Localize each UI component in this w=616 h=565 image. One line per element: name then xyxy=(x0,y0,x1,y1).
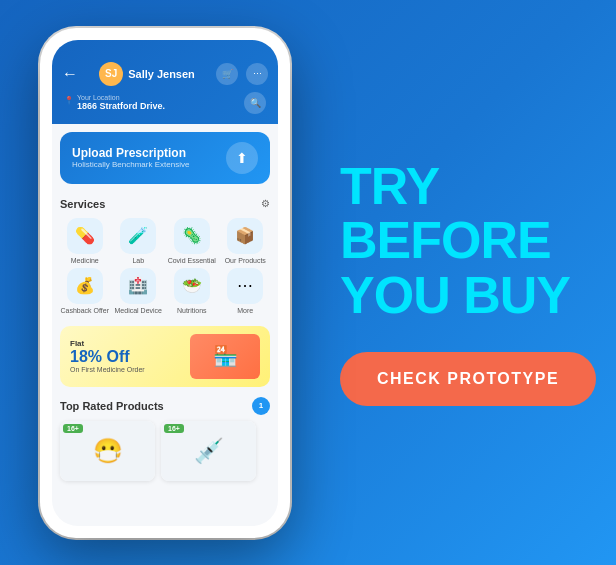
promo-subtext: On First Medicine Order xyxy=(70,366,145,373)
location-address: 1866 Stratford Drive. xyxy=(77,101,165,111)
services-section: Services ⚙ 💊 Medicine 🧪 Lab xyxy=(52,192,278,320)
product-badge-2: 16+ xyxy=(164,424,184,433)
products-title: Top Rated Products xyxy=(60,400,164,412)
upload-card[interactable]: Upload Prescription Holistically Benchma… xyxy=(60,132,270,184)
products-icon: 📦 xyxy=(227,218,263,254)
left-section: ← SJ Sally Jensen 🛒 ⋯ xyxy=(0,0,320,565)
services-header: Services ⚙ xyxy=(60,198,270,210)
more-label: More xyxy=(237,307,253,314)
app-header: ← SJ Sally Jensen 🛒 ⋯ xyxy=(52,40,278,124)
upload-icon: ⬆ xyxy=(226,142,258,174)
covid-icon: 🦠 xyxy=(174,218,210,254)
medicine-label: Medicine xyxy=(71,257,99,264)
tagline-line2: BEFORE xyxy=(340,213,596,268)
back-arrow-icon[interactable]: ← xyxy=(62,65,78,83)
filter-icon[interactable]: ⚙ xyxy=(261,198,270,209)
covid-label: Covid Essential xyxy=(168,257,216,264)
right-section: TRY BEFORE YOU BUY CHECK PROTOTYPE xyxy=(320,0,616,565)
service-products[interactable]: 📦 Our Products xyxy=(221,218,271,264)
cart-icon[interactable]: 🛒 xyxy=(216,63,238,85)
promo-discount: 18% Off xyxy=(70,348,145,366)
service-covid[interactable]: 🦠 Covid Essential xyxy=(167,218,217,264)
lab-icon: 🧪 xyxy=(120,218,156,254)
header-top-row: ← SJ Sally Jensen 🛒 ⋯ xyxy=(62,62,268,86)
menu-icon[interactable]: ⋯ xyxy=(246,63,268,85)
cashback-icon: 💰 xyxy=(67,268,103,304)
service-nutrition[interactable]: 🥗 Nutritions xyxy=(167,268,217,314)
lab-label: Lab xyxy=(132,257,144,264)
promo-banner[interactable]: Flat 18% Off On First Medicine Order 🏪 xyxy=(60,326,270,387)
service-medical[interactable]: 🏥 Medical Device xyxy=(114,268,164,314)
service-cashback[interactable]: 💰 Cashback Offer xyxy=(60,268,110,314)
location-row: 📍 Your Location 1866 Stratford Drive. 🔍 xyxy=(62,92,268,114)
cashback-label: Cashback Offer xyxy=(60,307,109,314)
upload-text: Upload Prescription Holistically Benchma… xyxy=(72,146,189,169)
more-icon: ⋯ xyxy=(227,268,263,304)
location-pin-icon: 📍 xyxy=(64,96,74,105)
medical-label: Medical Device xyxy=(115,307,162,314)
medicine-icon: 💊 xyxy=(67,218,103,254)
upload-subtitle: Holistically Benchmark Extensive xyxy=(72,160,189,169)
products-section: Top Rated Products 1 16+ 😷 16+ 💉 xyxy=(52,393,278,485)
tagline-line3: YOU BUY xyxy=(340,268,596,323)
promo-image: 🏪 xyxy=(190,334,260,379)
user-profile: SJ Sally Jensen xyxy=(99,62,195,86)
promo-flat: Flat xyxy=(70,339,145,348)
location-details: Your Location 1866 Stratford Drive. xyxy=(77,94,165,111)
cta-button[interactable]: CHECK PROTOTYPE xyxy=(340,352,596,406)
upload-title: Upload Prescription xyxy=(72,146,189,160)
service-lab[interactable]: 🧪 Lab xyxy=(114,218,164,264)
user-name-label: Sally Jensen xyxy=(128,68,195,80)
search-icon[interactable]: 🔍 xyxy=(244,92,266,114)
product-card-1[interactable]: 16+ 😷 xyxy=(60,421,155,481)
location-label: Your Location xyxy=(77,94,165,101)
products-label: Our Products xyxy=(225,257,266,264)
nutrition-icon: 🥗 xyxy=(174,268,210,304)
tagline-line1: TRY xyxy=(340,159,596,214)
promo-text: Flat 18% Off On First Medicine Order xyxy=(70,339,145,373)
product-card-2[interactable]: 16+ 💉 xyxy=(161,421,256,481)
products-badge: 1 xyxy=(252,397,270,415)
phone-screen: ← SJ Sally Jensen 🛒 ⋯ xyxy=(52,40,278,526)
service-more[interactable]: ⋯ More xyxy=(221,268,271,314)
services-title: Services xyxy=(60,198,105,210)
header-icons: 🛒 ⋯ xyxy=(216,63,268,85)
product-badge-1: 16+ xyxy=(63,424,83,433)
location-info: 📍 Your Location 1866 Stratford Drive. xyxy=(64,94,165,111)
tagline: TRY BEFORE YOU BUY xyxy=(340,159,596,323)
avatar: SJ xyxy=(99,62,123,86)
phone-mockup: ← SJ Sally Jensen 🛒 ⋯ xyxy=(40,28,290,538)
services-grid: 💊 Medicine 🧪 Lab 🦠 Covid Essential xyxy=(60,218,270,314)
products-header: Top Rated Products 1 xyxy=(60,397,270,415)
phone-wrapper: ← SJ Sally Jensen 🛒 ⋯ xyxy=(40,28,290,538)
page-container: ← SJ Sally Jensen 🛒 ⋯ xyxy=(0,0,616,565)
medical-icon: 🏥 xyxy=(120,268,156,304)
products-row: 16+ 😷 16+ 💉 xyxy=(60,421,270,481)
service-medicine[interactable]: 💊 Medicine xyxy=(60,218,110,264)
nutrition-label: Nutritions xyxy=(177,307,207,314)
